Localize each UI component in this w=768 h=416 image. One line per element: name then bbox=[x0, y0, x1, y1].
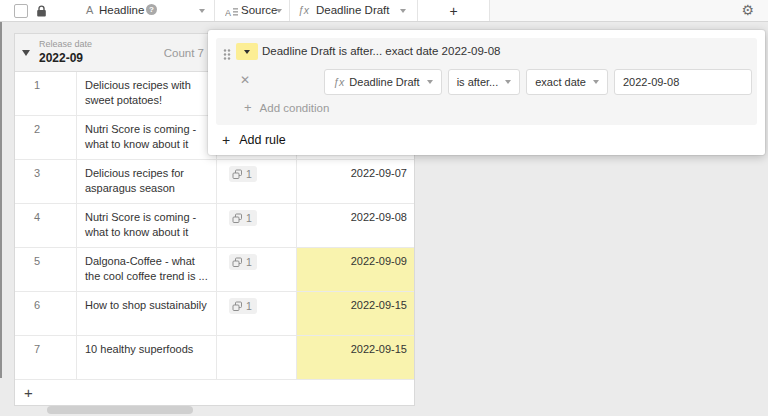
svg-text:A: A bbox=[225, 8, 231, 18]
text-field-type-icon: A bbox=[86, 4, 93, 16]
lock-icon bbox=[36, 4, 47, 22]
chevron-down-icon[interactable] bbox=[276, 9, 282, 13]
field-header-bar: A Headline ? A Source ƒx Deadline Draft bbox=[0, 0, 768, 22]
row-number[interactable]: 3 bbox=[15, 160, 77, 203]
headline-cell[interactable]: Dalgona-Coffee - what the cool coffee tr… bbox=[77, 248, 217, 291]
remove-condition-icon[interactable]: ✕ bbox=[240, 74, 250, 86]
group-value: 2022-09 bbox=[39, 51, 83, 65]
row-number[interactable]: 1 bbox=[15, 72, 77, 115]
source-cell[interactable]: 1 bbox=[217, 292, 297, 335]
table-row: 4 Nutri Score is coming - what to know a… bbox=[15, 204, 414, 248]
headline-cell[interactable]: 10 healthy superfoods bbox=[77, 336, 217, 379]
linked-records-icon bbox=[232, 213, 243, 224]
source-count: 1 bbox=[246, 168, 252, 180]
plus-icon: + bbox=[15, 385, 33, 400]
condition-row: ✕ ƒx Deadline Draft is after... exact da… bbox=[216, 68, 757, 96]
group-field-label: Release date bbox=[39, 39, 92, 49]
source-count: 1 bbox=[246, 212, 252, 224]
table-row: 6 How to shop sustainabily 1 2022-09-15 bbox=[15, 292, 414, 336]
add-rule-button[interactable]: + Add rule bbox=[222, 125, 286, 155]
field-header-headline: A Headline ? bbox=[0, 0, 215, 21]
row-number[interactable]: 4 bbox=[15, 204, 77, 247]
add-condition-label: Add condition bbox=[260, 102, 330, 114]
condition-operator-label: is after... bbox=[457, 76, 499, 88]
row-number[interactable]: 7 bbox=[15, 336, 77, 379]
add-condition-button[interactable]: + Add condition bbox=[244, 101, 329, 114]
add-rule-label: Add rule bbox=[239, 133, 286, 147]
source-count-badge[interactable]: 1 bbox=[229, 210, 257, 226]
chevron-down-icon bbox=[505, 80, 511, 84]
drag-handle-icon[interactable] bbox=[223, 47, 231, 65]
deadline-cell[interactable]: 2022-09-07 bbox=[297, 160, 414, 203]
chevron-down-icon[interactable] bbox=[199, 9, 205, 13]
source-count-badge[interactable]: 1 bbox=[229, 298, 257, 314]
group-count: Count 7 bbox=[164, 47, 204, 59]
plus-icon: + bbox=[244, 101, 252, 114]
date-value-input[interactable] bbox=[614, 69, 752, 95]
collapse-group-icon[interactable] bbox=[22, 50, 30, 56]
linked-records-icon bbox=[232, 169, 243, 180]
formula-field-type-icon: ƒx bbox=[298, 4, 309, 16]
linked-record-field-type-icon: A bbox=[225, 4, 238, 22]
linked-records-icon bbox=[232, 257, 243, 268]
left-scroll-edge bbox=[0, 21, 2, 378]
formula-field-type-icon: ƒx bbox=[333, 76, 344, 88]
gear-icon[interactable]: ⚙ bbox=[741, 2, 754, 18]
add-field-button[interactable]: + bbox=[418, 0, 490, 21]
linked-records-icon bbox=[232, 301, 243, 312]
row-number[interactable]: 2 bbox=[15, 116, 77, 159]
chevron-down-icon[interactable] bbox=[400, 9, 406, 13]
field-header-deadline-draft: ƒx Deadline Draft bbox=[290, 0, 418, 21]
headline-cell[interactable]: Delicious recipes with sweet potatoes! bbox=[77, 72, 217, 115]
headline-cell[interactable]: Nutri Score is coming - what to know abo… bbox=[77, 116, 217, 159]
source-count-badge[interactable]: 1 bbox=[229, 254, 257, 270]
source-count: 1 bbox=[246, 256, 252, 268]
row-number[interactable]: 5 bbox=[15, 248, 77, 291]
condition-controls: ƒx Deadline Draft is after... exact date bbox=[324, 69, 752, 95]
field-name-source[interactable]: Source bbox=[241, 4, 277, 16]
row-number[interactable]: 6 bbox=[15, 292, 77, 335]
field-header-source: A Source bbox=[215, 0, 290, 21]
deadline-cell[interactable]: 2022-09-08 bbox=[297, 204, 414, 247]
field-name-headline[interactable]: Headline bbox=[99, 4, 144, 16]
headline-cell[interactable]: How to shop sustainabily bbox=[77, 292, 217, 335]
condition-modifier-dropdown[interactable]: exact date bbox=[526, 69, 608, 95]
chevron-down-icon bbox=[244, 50, 250, 54]
help-icon[interactable]: ? bbox=[146, 4, 157, 15]
source-count: 1 bbox=[246, 300, 252, 312]
condition-field-dropdown[interactable]: ƒx Deadline Draft bbox=[324, 69, 441, 95]
condition-field-label: Deadline Draft bbox=[349, 76, 419, 88]
deadline-cell[interactable]: 2022-09-09 bbox=[297, 248, 414, 291]
deadline-cell[interactable]: 2022-09-15 bbox=[297, 292, 414, 335]
deadline-cell[interactable]: 2022-09-15 bbox=[297, 336, 414, 379]
table-row: 3 Delicious recipes for asparagus season… bbox=[15, 160, 414, 204]
rule-summary: Deadline Draft is after... exact date 20… bbox=[262, 45, 500, 57]
source-cell[interactable]: 1 bbox=[217, 248, 297, 291]
source-cell[interactable]: 1 bbox=[217, 160, 297, 203]
condition-operator-dropdown[interactable]: is after... bbox=[448, 69, 521, 95]
rule-card: Deadline Draft is after... exact date 20… bbox=[216, 38, 757, 125]
field-name-deadline-draft[interactable]: Deadline Draft bbox=[316, 4, 390, 16]
condition-modifier-label: exact date bbox=[535, 76, 586, 88]
table-row: 5 Dalgona-Coffee - what the cool coffee … bbox=[15, 248, 414, 292]
source-cell[interactable] bbox=[217, 336, 297, 379]
select-all-checkbox[interactable] bbox=[14, 4, 28, 18]
horizontal-scrollbar-thumb[interactable] bbox=[47, 406, 193, 414]
grid-view: A Headline ? A Source ƒx Deadline Draft bbox=[0, 0, 768, 416]
chevron-down-icon bbox=[427, 80, 433, 84]
color-rule-popup: Deadline Draft is after... exact date 20… bbox=[208, 30, 765, 155]
chevron-down-icon bbox=[593, 80, 599, 84]
source-count-badge[interactable]: 1 bbox=[229, 166, 257, 182]
add-record-row[interactable]: + bbox=[15, 380, 414, 405]
headline-cell[interactable]: Nutri Score is coming - what to know abo… bbox=[77, 204, 217, 247]
rule-color-swatch[interactable] bbox=[236, 43, 258, 60]
plus-icon: + bbox=[449, 4, 457, 18]
headline-cell[interactable]: Delicious recipes for asparagus season bbox=[77, 160, 217, 203]
plus-icon: + bbox=[222, 133, 230, 147]
table-row: 7 10 healthy superfoods 2022-09-15 bbox=[15, 336, 414, 380]
source-cell[interactable]: 1 bbox=[217, 204, 297, 247]
